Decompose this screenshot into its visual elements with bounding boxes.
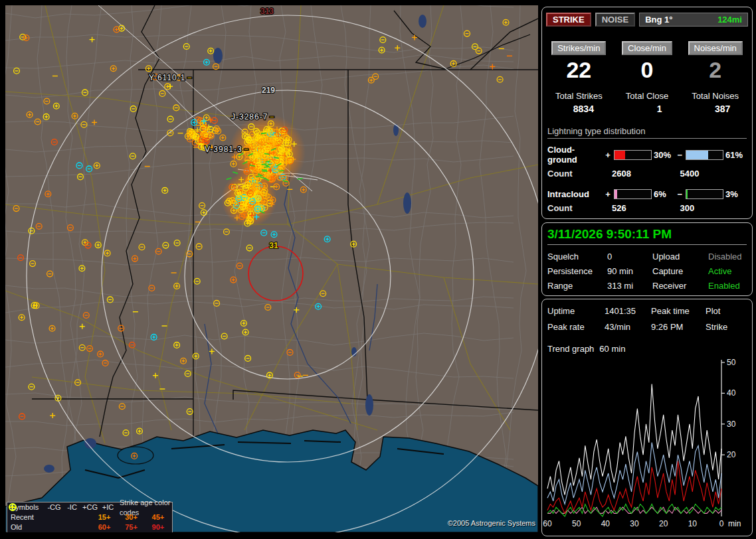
bearing-label: Bng 1°	[645, 15, 672, 25]
copyright-text: ©2005 Astrogenic Systems	[448, 519, 535, 527]
total-close-label: Total Close	[613, 91, 682, 101]
datetime-display: 3/11/2026 9:50:11 PM	[547, 227, 747, 245]
session-label: 9:26 PM	[651, 322, 706, 332]
stats-panel: STRIKE NOISE Bng 1° 124mi Strikes/min 22…	[541, 7, 753, 219]
close-column: Close/min 0 Total Close 1	[613, 41, 682, 114]
cloud-ground-label: Cloud-ground	[547, 145, 605, 165]
bearing-readout: Bng 1° 124mi	[639, 13, 748, 27]
cloud-ground-row: Cloud-ground + 30% − 61%	[547, 145, 748, 165]
age-code: 75+	[118, 522, 145, 532]
status-value: 0	[607, 252, 652, 262]
strikes-column: Strikes/min 22 Total Strikes 8834	[545, 41, 613, 114]
ring-label: 313	[260, 7, 274, 16]
svg-text:60: 60	[543, 519, 552, 528]
svg-text:10: 10	[688, 519, 698, 528]
session-value: Plot	[706, 306, 747, 316]
status-label: Persistence	[547, 266, 607, 276]
status-label: Squelch	[547, 252, 607, 262]
minus-sign: −	[676, 189, 684, 199]
session-value: 43/min	[605, 322, 651, 332]
legend-col-cg-neg: -CG	[45, 502, 63, 512]
close-per-min-value: 0	[613, 58, 682, 82]
noise-toggle-button[interactable]: NOISE	[595, 13, 635, 27]
svg-text:40: 40	[601, 519, 611, 528]
series-cg-plus	[547, 461, 721, 514]
series-total-strikes	[547, 384, 721, 495]
ic-plus-pct: 6%	[654, 189, 676, 199]
cg-count-row: Count 2608 5400	[547, 169, 748, 179]
noises-per-min-button[interactable]: Noises/min	[688, 41, 743, 55]
svg-text:40: 40	[727, 388, 736, 398]
cg-plus-bar	[614, 150, 652, 160]
status-label: Range	[547, 281, 607, 291]
legend-recent-row: Recent 15+30+45+	[7, 512, 172, 522]
status-panel: 3/11/2026 9:50:11 PM Squelch0UploadDisab…	[541, 222, 753, 296]
ic-plus-bar	[614, 189, 652, 199]
cg-count-label: Count	[547, 169, 612, 179]
noises-column: Noises/min 2 Total Noises 387	[681, 41, 749, 114]
svg-text:50: 50	[727, 358, 736, 367]
intracloud-label: Intracloud	[547, 189, 605, 199]
session-label: Peak time	[651, 306, 706, 316]
svg-text:0: 0	[719, 519, 724, 528]
minus-sign: −	[676, 150, 684, 160]
bearing-distance: 124mi	[717, 15, 742, 25]
total-noises-label: Total Noises	[681, 91, 749, 101]
age-code: 45+	[145, 512, 172, 522]
status-label: Receiver	[652, 281, 708, 291]
ic-count-label: Count	[547, 203, 612, 213]
strikes-per-min-value: 22	[545, 58, 613, 82]
intracloud-row: Intracloud + 6% − 3%	[547, 189, 748, 199]
ring-label: 219	[262, 86, 275, 95]
session-label: Peak rate	[547, 322, 605, 332]
total-strikes-label: Total Strikes	[545, 91, 613, 101]
distribution-title: Lightning type distribution	[547, 126, 747, 139]
status-value: Enabled	[708, 281, 747, 291]
close-per-min-button[interactable]: Close/min	[622, 41, 672, 55]
status-label: Capture	[652, 266, 708, 276]
legend-header-row: Symbols -CG -IC +CG +IC Strike age color…	[7, 502, 172, 512]
map-legend: Symbols -CG -IC +CG +IC Strike age color…	[7, 502, 173, 532]
legend-old-row: Old 60+75+90+	[7, 522, 172, 532]
lightning-map[interactable]: 31321931Y-6110-1−J-3286-7−V-3981-3− Symb…	[5, 5, 538, 532]
status-value: Disabled	[708, 252, 747, 262]
plus-sign: +	[605, 150, 612, 160]
strike-toggle-button[interactable]: STRIKE	[546, 13, 591, 27]
svg-text:30: 30	[630, 519, 639, 528]
session-value: 1401:35	[605, 306, 651, 316]
total-close-value: 1	[613, 104, 682, 114]
status-grid: Squelch0UploadDisabledPersistence90 minC…	[547, 252, 747, 291]
ic-count-row: Count 526 300	[547, 203, 748, 213]
map-canvas: 31321931Y-6110-1−J-3286-7−V-3981-3−	[5, 5, 538, 532]
age-code: 90+	[145, 522, 172, 532]
age-code: 60+	[92, 522, 118, 532]
age-code: 15+	[92, 512, 118, 522]
legend-col-ic-pos: +IC	[99, 502, 117, 512]
status-value: 313 mi	[607, 281, 652, 291]
legend-col-ic-neg: -IC	[63, 502, 81, 512]
cg-minus-pct: 61%	[725, 150, 748, 160]
svg-text:30: 30	[727, 420, 736, 429]
session-value: Strike	[706, 322, 747, 332]
cg-plus-count: 2608	[612, 169, 680, 179]
ic-minus-bar	[686, 189, 723, 199]
plus-sign: +	[605, 189, 612, 199]
svg-text:20: 20	[727, 450, 736, 459]
status-value: Active	[708, 266, 747, 276]
svg-text:50: 50	[572, 519, 581, 528]
ic-minus-pct: 3%	[725, 189, 748, 199]
cg-plus-pct: 30%	[654, 150, 676, 160]
strikes-per-min-button[interactable]: Strikes/min	[551, 41, 606, 55]
cg-minus-count: 5400	[680, 169, 748, 179]
total-noises-value: 387	[681, 104, 749, 114]
session-grid: Uptime1401:35Peak timePlotPeak rate43/mi…	[547, 306, 747, 332]
noises-per-min-value: 2	[681, 58, 749, 82]
cg-minus-bar	[686, 150, 723, 160]
ic-plus-count: 526	[612, 203, 680, 213]
legend-old-label: Old	[7, 522, 37, 532]
session-panel: Uptime1401:35Peak timePlotPeak rate43/mi…	[541, 299, 753, 536]
status-value: 90 min	[607, 266, 652, 276]
svg-text:20: 20	[659, 519, 668, 528]
session-label: Uptime	[547, 306, 605, 316]
status-label: Upload	[652, 252, 708, 262]
